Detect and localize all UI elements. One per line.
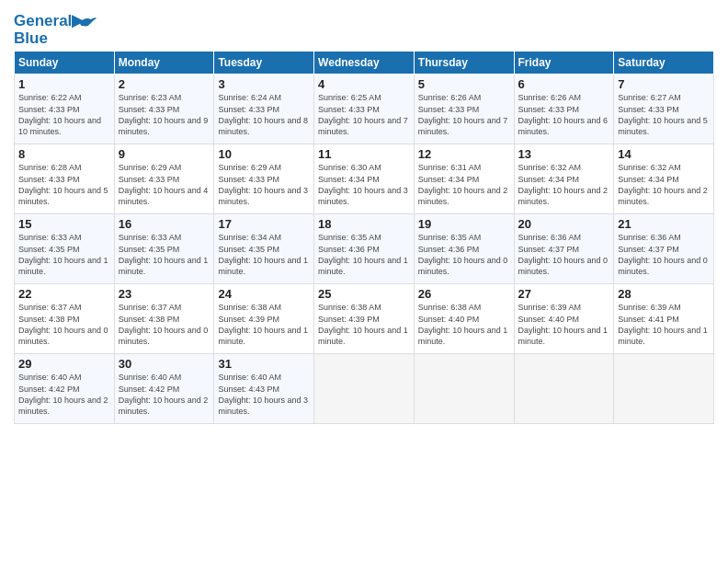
day-header-tuesday: Tuesday — [214, 52, 314, 75]
day-number: 13 — [518, 147, 610, 161]
cell-info: Sunrise: 6:38 AMSunset: 4:40 PMDaylight:… — [418, 302, 510, 347]
calendar-cell — [614, 354, 714, 424]
day-number: 12 — [418, 147, 510, 161]
cell-info: Sunrise: 6:24 AMSunset: 4:33 PMDaylight:… — [218, 92, 310, 137]
calendar-cell: 18Sunrise: 6:35 AMSunset: 4:36 PMDayligh… — [314, 214, 415, 284]
calendar-week-2: 8Sunrise: 6:28 AMSunset: 4:33 PMDaylight… — [15, 144, 714, 214]
logo-bird-icon — [78, 15, 97, 29]
cell-info: Sunrise: 6:37 AMSunset: 4:38 PMDaylight:… — [18, 302, 110, 347]
day-number: 22 — [18, 287, 110, 301]
day-number: 21 — [618, 217, 710, 231]
cell-info: Sunrise: 6:22 AMSunset: 4:33 PMDaylight:… — [18, 92, 110, 137]
logo: General▶ Blue — [14, 13, 97, 47]
calendar-cell: 12Sunrise: 6:31 AMSunset: 4:34 PMDayligh… — [414, 144, 514, 214]
logo-line1: General▶ — [14, 13, 97, 30]
calendar-cell: 13Sunrise: 6:32 AMSunset: 4:34 PMDayligh… — [514, 144, 614, 214]
calendar-cell: 3Sunrise: 6:24 AMSunset: 4:33 PMDaylight… — [214, 75, 314, 144]
cell-info: Sunrise: 6:40 AMSunset: 4:42 PMDaylight:… — [119, 372, 210, 417]
cell-info: Sunrise: 6:29 AMSunset: 4:33 PMDaylight:… — [218, 162, 310, 207]
cell-info: Sunrise: 6:38 AMSunset: 4:39 PMDaylight:… — [218, 302, 310, 347]
calendar-cell: 29Sunrise: 6:40 AMSunset: 4:42 PMDayligh… — [15, 354, 115, 424]
day-number: 4 — [318, 77, 410, 91]
calendar-cell: 9Sunrise: 6:29 AMSunset: 4:33 PMDaylight… — [114, 144, 214, 214]
day-header-sunday: Sunday — [15, 52, 115, 75]
day-number: 19 — [418, 217, 510, 231]
cell-info: Sunrise: 6:40 AMSunset: 4:42 PMDaylight:… — [18, 372, 110, 417]
day-number: 10 — [218, 147, 310, 161]
calendar-cell: 23Sunrise: 6:37 AMSunset: 4:38 PMDayligh… — [114, 284, 214, 354]
day-number: 30 — [119, 357, 210, 371]
cell-info: Sunrise: 6:33 AMSunset: 4:35 PMDaylight:… — [119, 232, 210, 277]
logo-line2: Blue — [14, 30, 97, 48]
calendar-cell: 28Sunrise: 6:39 AMSunset: 4:41 PMDayligh… — [614, 284, 714, 354]
calendar-table: SundayMondayTuesdayWednesdayThursdayFrid… — [14, 51, 714, 424]
calendar-cell: 31Sunrise: 6:40 AMSunset: 4:43 PMDayligh… — [214, 354, 314, 424]
calendar-cell: 1Sunrise: 6:22 AMSunset: 4:33 PMDaylight… — [15, 75, 115, 144]
calendar-cell: 14Sunrise: 6:32 AMSunset: 4:34 PMDayligh… — [614, 144, 714, 214]
calendar-cell: 10Sunrise: 6:29 AMSunset: 4:33 PMDayligh… — [214, 144, 314, 214]
day-number: 3 — [218, 77, 310, 91]
day-number: 26 — [418, 287, 510, 301]
day-number: 18 — [318, 217, 410, 231]
cell-info: Sunrise: 6:27 AMSunset: 4:33 PMDaylight:… — [618, 92, 710, 137]
day-number: 2 — [119, 77, 210, 91]
calendar-cell: 2Sunrise: 6:23 AMSunset: 4:33 PMDaylight… — [114, 75, 214, 144]
day-header-thursday: Thursday — [414, 52, 514, 75]
calendar-cell: 21Sunrise: 6:36 AMSunset: 4:37 PMDayligh… — [614, 214, 714, 284]
cell-info: Sunrise: 6:30 AMSunset: 4:34 PMDaylight:… — [318, 162, 410, 207]
calendar-week-3: 15Sunrise: 6:33 AMSunset: 4:35 PMDayligh… — [15, 214, 714, 284]
day-number: 1 — [18, 77, 110, 91]
calendar-cell: 15Sunrise: 6:33 AMSunset: 4:35 PMDayligh… — [15, 214, 115, 284]
cell-info: Sunrise: 6:36 AMSunset: 4:37 PMDaylight:… — [518, 232, 610, 277]
calendar-cell: 25Sunrise: 6:38 AMSunset: 4:39 PMDayligh… — [314, 284, 415, 354]
calendar-cell: 22Sunrise: 6:37 AMSunset: 4:38 PMDayligh… — [15, 284, 115, 354]
calendar-cell: 19Sunrise: 6:35 AMSunset: 4:36 PMDayligh… — [414, 214, 514, 284]
calendar-cell: 27Sunrise: 6:39 AMSunset: 4:40 PMDayligh… — [514, 284, 614, 354]
calendar-cell: 16Sunrise: 6:33 AMSunset: 4:35 PMDayligh… — [114, 214, 214, 284]
cell-info: Sunrise: 6:28 AMSunset: 4:33 PMDaylight:… — [18, 162, 110, 207]
day-number: 31 — [218, 357, 310, 371]
calendar-cell: 26Sunrise: 6:38 AMSunset: 4:40 PMDayligh… — [414, 284, 514, 354]
cell-info: Sunrise: 6:35 AMSunset: 4:36 PMDaylight:… — [418, 232, 510, 277]
day-number: 29 — [18, 357, 110, 371]
cell-info: Sunrise: 6:39 AMSunset: 4:40 PMDaylight:… — [518, 302, 610, 347]
calendar-cell: 11Sunrise: 6:30 AMSunset: 4:34 PMDayligh… — [314, 144, 415, 214]
cell-info: Sunrise: 6:31 AMSunset: 4:34 PMDaylight:… — [418, 162, 510, 207]
day-header-friday: Friday — [514, 52, 614, 75]
day-header-monday: Monday — [114, 52, 214, 75]
calendar-cell — [414, 354, 514, 424]
calendar-cell: 6Sunrise: 6:26 AMSunset: 4:33 PMDaylight… — [514, 75, 614, 144]
calendar-week-4: 22Sunrise: 6:37 AMSunset: 4:38 PMDayligh… — [15, 284, 714, 354]
calendar-body: 1Sunrise: 6:22 AMSunset: 4:33 PMDaylight… — [15, 75, 714, 424]
day-number: 14 — [618, 147, 710, 161]
day-number: 20 — [518, 217, 610, 231]
cell-info: Sunrise: 6:39 AMSunset: 4:41 PMDaylight:… — [618, 302, 710, 347]
cell-info: Sunrise: 6:36 AMSunset: 4:37 PMDaylight:… — [618, 232, 710, 277]
day-number: 27 — [518, 287, 610, 301]
cell-info: Sunrise: 6:33 AMSunset: 4:35 PMDaylight:… — [18, 232, 110, 277]
day-number: 17 — [218, 217, 310, 231]
header: General▶ Blue — [14, 9, 714, 47]
day-number: 8 — [18, 147, 110, 161]
page-container: General▶ Blue SundayMondayTuesdayWednesd… — [0, 0, 728, 429]
day-number: 6 — [518, 77, 610, 91]
cell-info: Sunrise: 6:29 AMSunset: 4:33 PMDaylight:… — [119, 162, 210, 207]
calendar-week-5: 29Sunrise: 6:40 AMSunset: 4:42 PMDayligh… — [15, 354, 714, 424]
calendar-cell — [514, 354, 614, 424]
calendar-header-row: SundayMondayTuesdayWednesdayThursdayFrid… — [15, 52, 714, 75]
day-number: 11 — [318, 147, 410, 161]
day-number: 28 — [618, 287, 710, 301]
cell-info: Sunrise: 6:32 AMSunset: 4:34 PMDaylight:… — [618, 162, 710, 207]
calendar-cell: 20Sunrise: 6:36 AMSunset: 4:37 PMDayligh… — [514, 214, 614, 284]
day-header-wednesday: Wednesday — [314, 52, 415, 75]
day-number: 7 — [618, 77, 710, 91]
calendar-cell: 24Sunrise: 6:38 AMSunset: 4:39 PMDayligh… — [214, 284, 314, 354]
day-number: 15 — [18, 217, 110, 231]
cell-info: Sunrise: 6:35 AMSunset: 4:36 PMDaylight:… — [318, 232, 410, 277]
day-number: 5 — [418, 77, 510, 91]
cell-info: Sunrise: 6:38 AMSunset: 4:39 PMDaylight:… — [318, 302, 410, 347]
cell-info: Sunrise: 6:26 AMSunset: 4:33 PMDaylight:… — [418, 92, 510, 137]
cell-info: Sunrise: 6:25 AMSunset: 4:33 PMDaylight:… — [318, 92, 410, 137]
calendar-cell: 4Sunrise: 6:25 AMSunset: 4:33 PMDaylight… — [314, 75, 415, 144]
day-number: 16 — [119, 217, 210, 231]
